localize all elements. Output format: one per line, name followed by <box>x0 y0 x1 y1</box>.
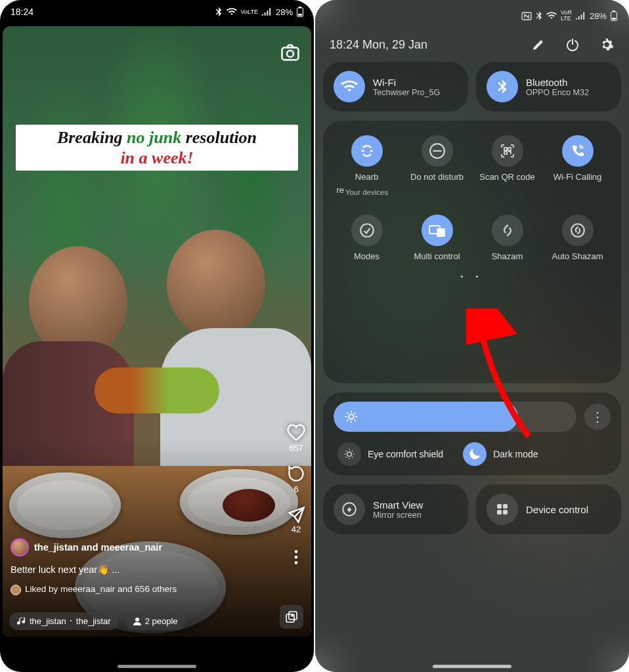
like-count: 657 <box>289 443 303 453</box>
music-icon <box>17 617 26 625</box>
tile-label: Do not disturb <box>410 172 464 182</box>
svg-point-5 <box>295 550 298 553</box>
tile-label: Nearb <box>355 172 378 182</box>
status-bar: 18:24 VoLTE 28% <box>0 0 314 24</box>
story-caption[interactable]: Better luck next year👋 ... <box>11 562 265 578</box>
tile-partial-label: re <box>324 185 344 195</box>
more-button[interactable] <box>294 550 298 564</box>
svg-point-7 <box>295 561 298 564</box>
smartview-tile[interactable]: Smart View Mirror screen <box>323 484 468 534</box>
tile-shazam[interactable]: Shazam <box>474 215 540 262</box>
dark-mode-toggle[interactable]: Dark mode <box>463 442 538 466</box>
home-indicator[interactable] <box>433 665 511 668</box>
multi-icon <box>422 215 453 246</box>
page-indicator[interactable]: • • <box>332 272 612 280</box>
like-button[interactable]: 657 <box>286 423 306 453</box>
svg-point-6 <box>295 556 298 559</box>
panel-datetime[interactable]: 18:24 Mon, 29 Jan <box>330 38 427 52</box>
svg-rect-19 <box>504 148 507 150</box>
home-indicator[interactable] <box>118 665 196 668</box>
brightness-group: ⋮ Eye comfort shield Dark mode <box>323 392 621 475</box>
battery-icon <box>611 10 617 21</box>
svg-point-26 <box>349 414 353 419</box>
signal-icon <box>576 12 586 20</box>
tile-label: Modes <box>354 251 380 262</box>
tagged-people-chip[interactable]: 2 people <box>125 612 186 630</box>
person-icon <box>133 617 141 625</box>
story-actions: 657 6 42 <box>286 423 306 564</box>
share-button[interactable]: 42 <box>287 506 305 534</box>
wifi-tile[interactable]: Wi-Fi Techwiser Pro_5G <box>323 62 468 112</box>
svg-rect-21 <box>504 152 507 154</box>
status-time: 18:24 <box>11 7 33 17</box>
eye-comfort-icon <box>343 448 356 461</box>
bluetooth-icon <box>215 7 223 16</box>
svg-point-22 <box>360 224 374 237</box>
bluetooth-icon <box>487 71 518 102</box>
settings-button[interactable] <box>599 37 615 52</box>
story-author[interactable]: the_jistan and meeeraa_nair <box>11 538 265 556</box>
wifi-title: Wi-Fi <box>373 77 440 88</box>
tile-dnd[interactable]: Do not disturb <box>404 135 470 198</box>
svg-point-25 <box>571 224 584 237</box>
comment-button[interactable]: 6 <box>287 465 305 494</box>
avatar[interactable] <box>11 538 29 556</box>
brightness-slider[interactable] <box>334 402 576 432</box>
tile-label: Scan QR code <box>479 172 535 182</box>
edit-button[interactable] <box>531 37 546 52</box>
tile-label: Shazam <box>492 251 523 262</box>
device-control-icon <box>487 494 518 525</box>
svg-rect-31 <box>497 510 502 514</box>
wificall-icon <box>562 135 594 167</box>
bluetooth-tile[interactable]: Bluetooth OPPO Enco M32 <box>476 62 621 112</box>
tile-wificall[interactable]: Wi-Fi Calling <box>544 135 611 198</box>
nfc-icon <box>521 12 532 20</box>
eye-comfort-toggle[interactable]: Eye comfort shield <box>337 442 443 466</box>
bluetooth-icon <box>536 11 542 20</box>
tile-label: Wi-Fi Calling <box>553 172 602 182</box>
battery-pct: 28% <box>276 7 293 17</box>
library-button[interactable] <box>280 605 303 629</box>
svg-rect-24 <box>437 228 445 237</box>
brightness-icon <box>344 410 358 424</box>
wifi-network: Techwiser Pro_5G <box>373 88 440 97</box>
liked-by[interactable]: Liked by meeeraa_nair and 656 others <box>11 582 265 597</box>
svg-rect-32 <box>503 510 508 514</box>
bt-device: OPPO Enco M32 <box>526 88 589 97</box>
tile-qr[interactable]: Scan QR code <box>474 135 540 198</box>
person-2 <box>167 230 265 338</box>
camera-button[interactable] <box>277 39 303 66</box>
power-button[interactable] <box>565 37 580 52</box>
svg-point-4 <box>287 51 293 57</box>
battery-pct: 28% <box>590 11 607 21</box>
svg-rect-3 <box>282 48 299 60</box>
svg-point-27 <box>347 452 352 457</box>
brightness-more[interactable]: ⋮ <box>584 404 611 430</box>
tile-multi[interactable]: Multi control <box>404 215 470 262</box>
svg-rect-30 <box>503 504 508 509</box>
story-text-banner: Breaking no junk resolution in a week! <box>16 125 298 171</box>
bt-title: Bluetooth <box>526 77 589 88</box>
tile-modes[interactable]: Modes <box>334 215 400 262</box>
story-media[interactable]: Breaking no junk resolution in a week! 6… <box>3 26 311 637</box>
svg-rect-2 <box>298 14 302 16</box>
device-control-tile[interactable]: Device control <box>476 484 621 534</box>
wifi-icon <box>546 12 557 20</box>
comment-count: 6 <box>293 484 298 494</box>
signal-icon <box>262 8 272 16</box>
tile-autoshazam[interactable]: Auto Shazam <box>544 215 611 262</box>
svg-rect-14 <box>612 18 616 20</box>
qr-icon <box>492 135 523 167</box>
music-chip[interactable]: the_jistan ᛫ the_jistar <box>9 612 119 630</box>
liker-avatar <box>11 585 21 595</box>
modes-icon <box>351 215 383 246</box>
share-count: 42 <box>292 524 301 534</box>
tile-label: Auto Shazam <box>552 251 603 262</box>
panel-header: 18:24 Mon, 29 Jan <box>315 32 629 62</box>
smartview-icon <box>334 494 365 525</box>
tiles-group: NearbYour devicesDo not disturbScan QR c… <box>323 121 621 383</box>
tile-label: Multi control <box>414 251 460 262</box>
quick-settings-panel: VoRLTE 28% 18:24 Mon, 29 Jan Wi-Fi Te <box>315 0 629 672</box>
autoshazam-icon <box>562 215 594 246</box>
svg-rect-18 <box>433 150 441 152</box>
